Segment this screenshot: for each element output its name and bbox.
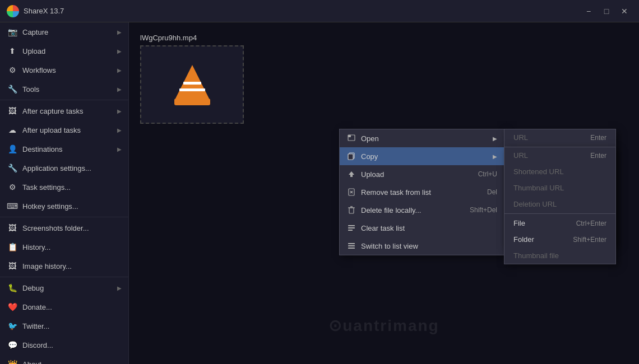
file-item[interactable]: lWgCpru9hh.mp4 — [140, 34, 244, 124]
sidebar-item-after-upload[interactable]: ☁ After upload tasks ▶ — [0, 120, 128, 139]
main-window: 📷 Capture ▶ ⬆ Upload ▶ ⚙ Workflows ▶ 🔧 T… — [0, 22, 639, 364]
arrow-icon: ▶ — [117, 86, 122, 92]
copy-thumbnail-label: Thumbnail URL — [513, 184, 564, 192]
open-arrow: ▶ — [493, 136, 497, 142]
svg-rect-18 — [348, 243, 355, 244]
destinations-icon: 👤 — [7, 143, 18, 155]
sidebar-item-after-capture[interactable]: 🖼 After capture tasks ▶ — [0, 101, 128, 120]
arrow-icon: ▶ — [117, 285, 122, 291]
sidebar-label-about: About... — [22, 360, 48, 365]
menu-item-remove-task[interactable]: Remove task from list Del — [340, 183, 504, 201]
sidebar-item-twitter[interactable]: 🐦 Twitter... — [0, 316, 128, 335]
sidebar: 📷 Capture ▶ ⬆ Upload ▶ ⚙ Workflows ▶ 🔧 T… — [0, 22, 129, 364]
arrow-icon: ▶ — [117, 127, 122, 133]
open-menu-icon — [346, 133, 356, 143]
minimize-button[interactable]: − — [581, 4, 596, 18]
svg-rect-16 — [348, 227, 355, 228]
sidebar-label-destinations: Destinations — [22, 145, 63, 153]
sidebar-item-capture[interactable]: 📷 Capture ▶ — [0, 22, 128, 41]
task-settings-icon: ⚙ — [7, 181, 18, 193]
copy-menu-icon — [346, 151, 356, 161]
tools-icon: 🔧 — [7, 83, 18, 95]
arrow-icon: ▶ — [117, 67, 122, 73]
copy-submenu-thumbnail-url[interactable]: Thumbnail URL — [504, 180, 615, 196]
sidebar-item-screenshots[interactable]: 🖼 Screenshots folder... — [0, 218, 128, 237]
menu-item-open[interactable]: Open ▶ — [340, 129, 504, 147]
copy-submenu-shortened-url[interactable]: Shortened URL — [504, 164, 615, 180]
sidebar-label-image-history: Image history... — [22, 262, 72, 270]
sidebar-label-debug: Debug — [22, 284, 44, 292]
close-button[interactable]: ✕ — [617, 4, 632, 18]
copy-submenu-file[interactable]: File Ctrl+Enter — [504, 215, 615, 231]
file-thumbnail — [140, 45, 244, 124]
switch-view-label: Switch to list view — [361, 242, 497, 250]
copy-folder-label: Folder — [513, 235, 534, 244]
upload-label: Upload — [361, 170, 467, 179]
sidebar-label-upload: Upload — [22, 47, 45, 55]
after-capture-icon: 🖼 — [7, 105, 18, 116]
sidebar-label-task-settings: Task settings... — [22, 183, 71, 192]
menu-item-open-wrapper: Open ▶ URL Enter Shortened URL Thumbnail… — [340, 129, 504, 147]
copy-submenu-deletion-url[interactable]: Deletion URL — [504, 196, 615, 212]
twitter-icon: 🐦 — [7, 320, 18, 332]
sidebar-item-upload[interactable]: ⬆ Upload ▶ — [0, 41, 128, 60]
sidebar-label-twitter: Twitter... — [22, 322, 49, 330]
menu-item-upload[interactable]: Upload Ctrl+U — [340, 165, 504, 183]
svg-rect-2 — [179, 88, 205, 91]
svg-rect-5 — [348, 135, 351, 137]
upload-shortcut: Ctrl+U — [478, 170, 497, 178]
open-url-label: URL — [513, 133, 528, 142]
arrow-icon: ▶ — [117, 146, 122, 152]
svg-rect-15 — [348, 225, 355, 226]
menu-item-copy[interactable]: Copy ▶ — [340, 147, 504, 165]
clear-task-icon — [346, 223, 356, 233]
donate-icon: ❤️ — [7, 301, 18, 312]
copy-submenu-thumbnail-file[interactable]: Thumbnail file — [504, 248, 615, 264]
discord-icon: 💬 — [7, 339, 18, 351]
sidebar-item-image-history[interactable]: 🖼 Image history... — [0, 256, 128, 276]
sidebar-item-task-settings[interactable]: ⚙ Task settings... — [0, 178, 128, 197]
window-controls: − □ ✕ — [581, 4, 632, 18]
sidebar-item-hotkey-settings[interactable]: ⌨ Hotkey settings... — [0, 197, 128, 216]
copy-submenu-url[interactable]: URL Enter — [504, 147, 615, 164]
app-title: ShareX 13.7 — [24, 7, 581, 15]
sidebar-item-about[interactable]: 👑 About... — [0, 354, 128, 364]
sidebar-label-donate: Donate... — [22, 303, 52, 311]
copy-thumbnail-file-label: Thumbnail file — [513, 251, 559, 260]
menu-item-switch-view[interactable]: Switch to list view — [340, 237, 504, 255]
upload-menu-icon — [346, 169, 356, 179]
sidebar-item-destinations[interactable]: 👤 Destinations ▶ — [0, 139, 128, 158]
title-bar: ShareX 13.7 − □ ✕ — [0, 0, 639, 22]
svg-rect-7 — [348, 154, 353, 160]
sidebar-item-app-settings[interactable]: 🔧 Application settings... — [0, 158, 128, 178]
copy-url-label: URL — [513, 151, 528, 160]
upload-icon: ⬆ — [7, 45, 18, 57]
capture-icon: 📷 — [7, 26, 18, 38]
open-url-shortcut: Enter — [579, 134, 606, 142]
sidebar-item-debug[interactable]: 🐛 Debug ▶ — [0, 278, 128, 297]
maximize-button[interactable]: □ — [599, 4, 614, 18]
sidebar-label-screenshots: Screenshots folder... — [22, 224, 89, 232]
hotkey-settings-icon: ⌨ — [7, 200, 18, 212]
menu-item-clear-task[interactable]: Clear task list — [340, 219, 504, 237]
sidebar-item-history[interactable]: 📋 History... — [0, 237, 128, 256]
remove-task-icon — [346, 187, 356, 197]
sidebar-item-workflows[interactable]: ⚙ Workflows ▶ — [0, 60, 128, 80]
copy-submenu-divider — [504, 213, 615, 214]
history-icon: 📋 — [7, 241, 18, 253]
menu-item-delete-file[interactable]: Delete file locally... Shift+Del — [340, 201, 504, 219]
sidebar-item-tools[interactable]: 🔧 Tools ▶ — [0, 80, 128, 99]
sidebar-label-workflows: Workflows — [22, 66, 56, 74]
delete-file-label: Delete file locally... — [361, 206, 459, 214]
svg-rect-19 — [348, 245, 355, 246]
context-menu: Open ▶ URL Enter Shortened URL Thumbnail… — [339, 129, 504, 255]
watermark: ⊙uantrimang — [328, 312, 439, 336]
sidebar-item-discord[interactable]: 💬 Discord... — [0, 335, 128, 354]
sidebar-item-donate[interactable]: ❤️ Donate... — [0, 297, 128, 316]
copy-submenu-folder[interactable]: Folder Shift+Enter — [504, 231, 615, 248]
sidebar-label-hotkey-settings: Hotkey settings... — [22, 202, 78, 211]
open-submenu-url[interactable]: URL Enter — [504, 129, 615, 146]
sidebar-label-history: History... — [22, 243, 50, 251]
copy-label: Copy — [361, 152, 488, 161]
sidebar-label-discord: Discord... — [22, 341, 53, 349]
